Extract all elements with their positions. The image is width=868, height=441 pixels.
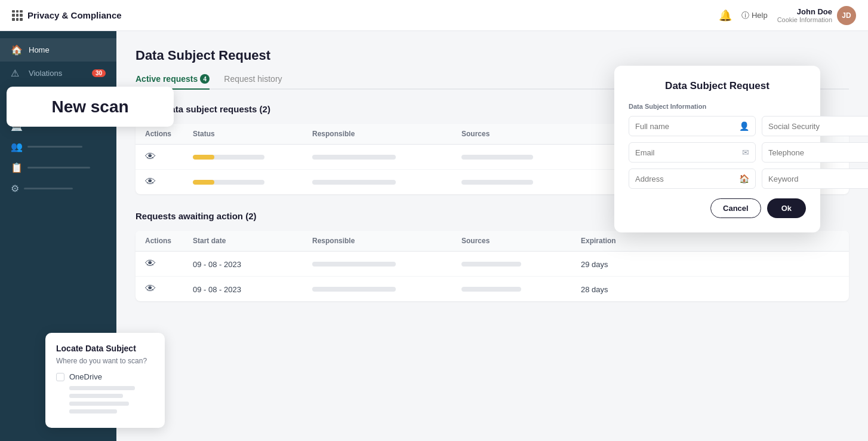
home-icon: 🏠 [739,174,749,183]
keyword-input[interactable] [768,174,868,183]
await-row2-sources [461,287,581,292]
await-row2-date: 09 - 08 - 2023 [193,284,312,295]
header-responsible: Responsible [312,130,461,138]
sidebar-item-document[interactable]: 📋 [11,157,106,178]
sidebar-item-violations[interactable]: ⚠ Violations 30 [0,62,116,85]
locate-bar-3 [69,402,129,406]
onedrive-checkbox[interactable] [56,373,64,381]
eye-icon[interactable]: 👁 [145,151,156,163]
full-name-field[interactable]: 👤 [629,116,756,136]
table-row: 👁 09 - 08 - 2023 29 days [136,252,849,277]
header-status: Status [193,130,312,138]
app-title: Privacy & Compliance [27,10,122,20]
locate-bar-2 [69,394,123,398]
document-icon: 📋 [11,162,23,173]
cancel-button[interactable]: Cancel [710,198,761,218]
notification-bell-icon[interactable]: 🔔 [719,9,732,22]
sidebar-item-home[interactable]: 🏠 Home [0,38,116,62]
await-row1-responsible [312,262,461,267]
header-sources: Sources [461,130,581,138]
social-security-input[interactable] [768,122,868,131]
row1-status [193,155,312,160]
active-requests-badge: 4 [200,74,210,84]
page-title: Data Subject Request [136,48,849,63]
row1-sources [461,155,581,160]
sources-bar [461,287,521,292]
await-header-sources: Sources [461,237,581,245]
awaiting-requests-table: Actions Start date Responsible Sources E… [136,231,849,301]
telephone-input[interactable] [768,148,868,157]
sidebar-item-settings[interactable]: ⚙ [11,178,106,199]
await-row1-expiration: 29 days [581,259,839,270]
tab-history-label: Request history [224,74,282,84]
eye-icon[interactable]: 👁 [145,283,156,295]
locate-option-onedrive[interactable]: OneDrive [56,372,154,381]
locate-popup-subtitle: Where do you want to scan? [56,357,154,365]
awaiting-table-header: Actions Start date Responsible Sources E… [136,231,849,252]
data-subject-request-modal: Data Subject Request Data Subject Inform… [614,66,820,232]
tab-request-history[interactable]: Request history [224,74,282,88]
address-input[interactable] [635,174,735,183]
row1-responsible [312,155,461,160]
ok-button[interactable]: Ok [767,198,806,218]
new-scan-tooltip[interactable]: New scan [7,87,174,127]
table-row: 👁 09 - 08 - 2023 28 days [136,277,849,301]
await-row1-actions: 👁 [145,258,193,270]
sources-bar [461,262,521,267]
mail-icon: ✉ [742,148,749,157]
app-logo: Privacy & Compliance [12,10,122,21]
settings-icon: ⚙ [11,183,19,194]
keyword-field[interactable]: 🔑 [762,169,868,189]
await-row2-expiration: 28 days [581,284,839,295]
locate-bar-4 [69,409,117,414]
sidebar-bar-people [27,146,106,148]
date-text: 09 - 08 - 2023 [193,285,241,294]
email-input[interactable] [635,148,738,157]
await-header-start-date: Start date [193,237,312,245]
row2-status [193,180,312,185]
eye-icon[interactable]: 👁 [145,258,156,270]
sidebar-item-label: Home [29,45,106,54]
full-name-input[interactable] [635,122,735,131]
user-name: John Doe [777,7,832,16]
locate-popup-title: Locate Data Subject [56,344,154,353]
new-scan-label: New scan [51,97,128,117]
eye-icon[interactable]: 👁 [145,176,156,188]
people-icon: 👥 [11,141,23,152]
responsible-bar [312,155,396,160]
user-info: John Doe Cookie Information JD [777,6,856,25]
modal-section-label: Data Subject Information [629,103,806,110]
violations-icon: ⚠ [11,68,23,79]
await-row1-sources [461,262,581,267]
avatar[interactable]: JD [837,6,856,25]
address-field[interactable]: 🏠 [629,169,756,189]
avatar-initials: JD [842,11,851,20]
modal-title: Data Subject Request [629,80,806,92]
social-security-field[interactable]: 🔒 [762,116,868,136]
row2-actions: 👁 [145,176,193,188]
person-icon: 👤 [739,121,749,131]
await-header-responsible: Responsible [312,237,461,245]
row1-actions: 👁 [145,151,193,163]
header-actions: Actions [145,130,193,138]
sidebar-bar-document [27,167,106,169]
locate-bar-1 [69,386,135,390]
responsible-bar [312,287,396,292]
await-row1-date: 09 - 08 - 2023 [193,259,312,270]
locate-data-subject-popup: Locate Data Subject Where do you want to… [45,333,165,428]
telephone-field[interactable]: 📞 [762,142,868,163]
help-button[interactable]: ⓘ Help [741,10,768,21]
status-bar [193,180,264,185]
email-field[interactable]: ✉ [629,142,756,163]
date-text: 09 - 08 - 2023 [193,260,241,269]
top-nav-right: 🔔 ⓘ Help John Doe Cookie Information JD [719,6,856,25]
responsible-bar [312,180,396,185]
form-grid: 👤 🔒 ✉ 📞 🏠 [629,116,806,189]
await-header-actions: Actions [145,237,193,245]
help-label: Help [752,11,768,20]
responsible-bar [312,262,396,267]
status-bar [193,155,264,160]
sources-bar [461,155,533,160]
await-header-expiration: Expiration [581,237,839,245]
sidebar-item-people[interactable]: 👥 [11,136,106,157]
